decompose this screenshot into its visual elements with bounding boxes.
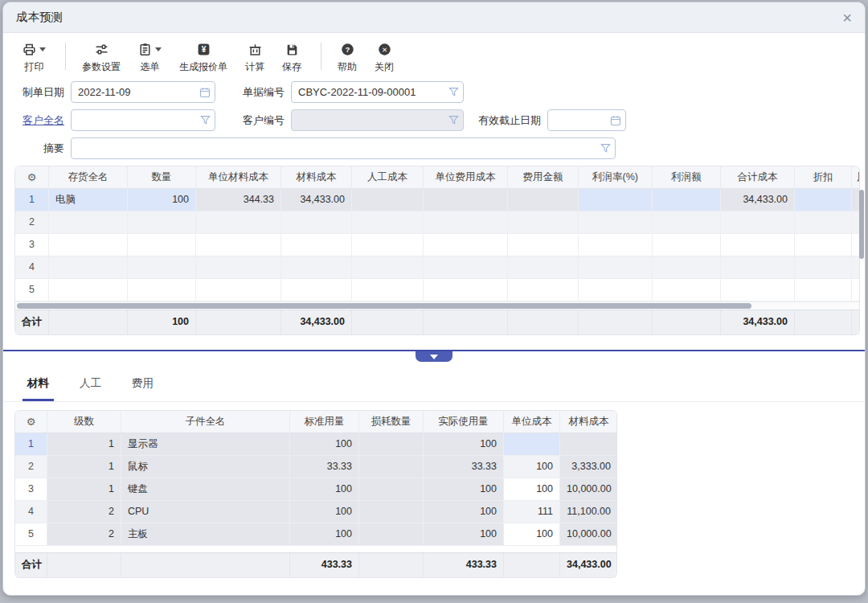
table-cell[interactable] [281, 234, 352, 256]
table-cell[interactable] [359, 478, 424, 501]
table-cell[interactable] [196, 234, 281, 256]
table-cell[interactable] [424, 189, 508, 211]
table-cell[interactable]: 1 [47, 456, 121, 478]
table-cell[interactable]: 100 [424, 478, 504, 501]
table-cell[interactable]: 100 [504, 523, 560, 546]
table-cell[interactable] [424, 256, 508, 279]
table-cell[interactable] [795, 211, 852, 234]
table-cell[interactable]: 电脑 [49, 189, 128, 211]
table-cell[interactable] [508, 234, 579, 256]
table-cell[interactable]: 344.33 [196, 189, 281, 211]
table-cell[interactable]: 100 [290, 501, 359, 523]
table-cell[interactable] [508, 256, 579, 279]
params-settings-button[interactable]: 参数设置 [82, 41, 121, 74]
table-cell[interactable]: 100 [424, 523, 504, 546]
table-cell[interactable] [424, 279, 508, 302]
close-button[interactable]: ✕ 关闭 [375, 41, 394, 74]
table-cell[interactable] [49, 234, 128, 256]
tab-material[interactable]: 材料 [23, 371, 54, 401]
table-cell[interactable]: 10,000.00 [560, 523, 617, 546]
table-cell[interactable] [128, 256, 196, 279]
table-cell[interactable] [128, 234, 196, 256]
calendar-icon[interactable] [610, 115, 621, 126]
table-cell[interactable] [795, 189, 852, 211]
table-cell[interactable] [359, 456, 424, 478]
caret-down-icon[interactable] [155, 47, 162, 51]
table-cell[interactable] [721, 234, 795, 256]
filter-funnel-icon[interactable] [448, 87, 459, 97]
calendar-icon[interactable] [199, 87, 211, 98]
table-cell[interactable]: 100 [128, 189, 196, 211]
table-cell[interactable] [721, 279, 795, 302]
table-cell[interactable] [196, 211, 281, 234]
table-cell[interactable] [49, 256, 128, 279]
save-button[interactable]: 保存 [282, 41, 301, 74]
grid-settings-gear[interactable]: ⚙ [15, 411, 47, 433]
table-cell[interactable]: 100 [424, 501, 504, 523]
table-cell[interactable]: 100 [504, 456, 560, 478]
customer-name-input[interactable] [71, 109, 215, 131]
table-cell[interactable] [359, 523, 424, 546]
row-number[interactable]: 3 [15, 234, 49, 256]
table-cell[interactable] [579, 279, 653, 302]
table-cell[interactable] [424, 211, 508, 234]
table-cell[interactable] [352, 234, 424, 256]
row-number[interactable]: 1 [15, 433, 47, 456]
table-cell[interactable]: 1 [47, 433, 121, 456]
table-cell[interactable]: 主板 [121, 523, 290, 546]
table-cell[interactable]: 34,433.00 [281, 189, 352, 211]
table-cell[interactable] [579, 234, 653, 256]
table-cell[interactable] [653, 279, 721, 302]
table-cell[interactable] [852, 256, 860, 279]
table-cell[interactable]: 111 [504, 501, 560, 523]
table-cell[interactable] [196, 256, 281, 279]
table-cell[interactable] [281, 211, 352, 234]
table-cell[interactable] [49, 279, 128, 302]
table-cell[interactable]: 3,333.00 [560, 456, 617, 478]
table-cell[interactable] [424, 234, 508, 256]
table-cell[interactable]: 键盘 [121, 478, 290, 501]
table-cell[interactable] [49, 211, 128, 234]
row-number[interactable]: 2 [15, 211, 49, 234]
print-button[interactable]: 打印 [23, 41, 46, 74]
row-number[interactable]: 4 [15, 501, 47, 523]
table-cell[interactable]: 100 [290, 523, 359, 546]
table-cell[interactable] [795, 256, 852, 279]
table-cell[interactable] [352, 256, 424, 279]
tab-expense[interactable]: 费用 [127, 371, 158, 401]
table-cell[interactable] [653, 234, 721, 256]
table-cell[interactable]: 11,100.00 [560, 501, 617, 523]
table-cell[interactable]: 1 [47, 478, 121, 501]
table-cell[interactable] [721, 256, 795, 279]
table-cell[interactable] [653, 256, 721, 279]
help-button[interactable]: ? 帮助 [338, 41, 357, 74]
table-cell[interactable] [508, 211, 579, 234]
table-cell[interactable]: 34,433.00 [721, 189, 795, 211]
table-cell[interactable] [653, 189, 721, 211]
table-cell[interactable] [352, 279, 424, 302]
table-cell[interactable]: 2 [47, 523, 121, 546]
table-cell[interactable] [352, 189, 424, 211]
table-cell[interactable] [795, 279, 852, 302]
table-cell[interactable]: 100 [504, 478, 560, 501]
doc-no-input[interactable] [291, 81, 464, 103]
scrollbar-thumb[interactable] [17, 303, 751, 309]
table-cell[interactable] [196, 279, 281, 302]
table-cell[interactable] [359, 433, 424, 456]
filter-funnel-icon[interactable] [600, 143, 611, 154]
row-number[interactable]: 5 [15, 523, 47, 546]
table-cell[interactable] [281, 279, 352, 302]
row-number[interactable]: 2 [15, 456, 47, 478]
table-cell[interactable] [128, 279, 196, 302]
filter-funnel-icon[interactable] [200, 115, 211, 125]
table-cell[interactable] [795, 234, 852, 256]
dialog-close-button[interactable]: × [842, 10, 852, 26]
caret-down-icon[interactable] [39, 47, 46, 51]
table-cell[interactable] [560, 433, 617, 456]
table-cell[interactable] [281, 256, 352, 279]
table-cell[interactable]: 鼠标 [121, 456, 290, 478]
table-cell[interactable] [508, 189, 579, 211]
row-number[interactable]: 1 [15, 189, 49, 211]
grid-settings-gear[interactable]: ⚙ [15, 166, 49, 189]
table-cell[interactable]: 100 [290, 478, 359, 501]
